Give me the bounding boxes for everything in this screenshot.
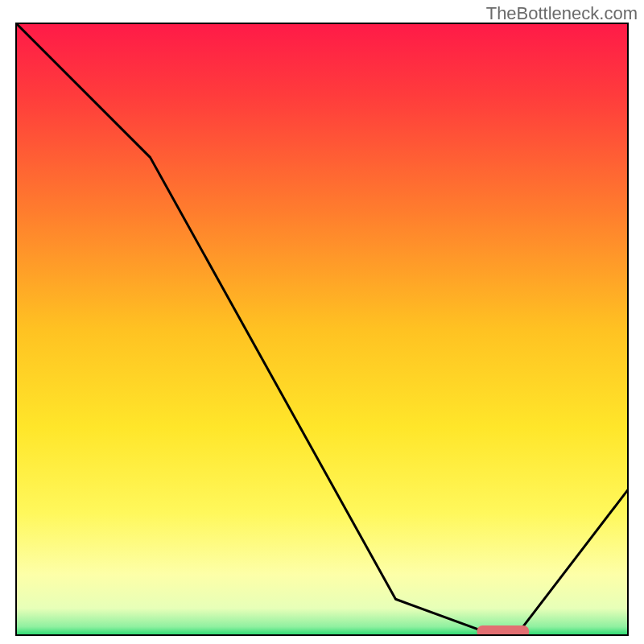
bottleneck-chart-svg: [15, 23, 629, 636]
watermark-text: TheBottleneck.com: [486, 3, 638, 24]
chart-plot-area: [15, 23, 629, 636]
